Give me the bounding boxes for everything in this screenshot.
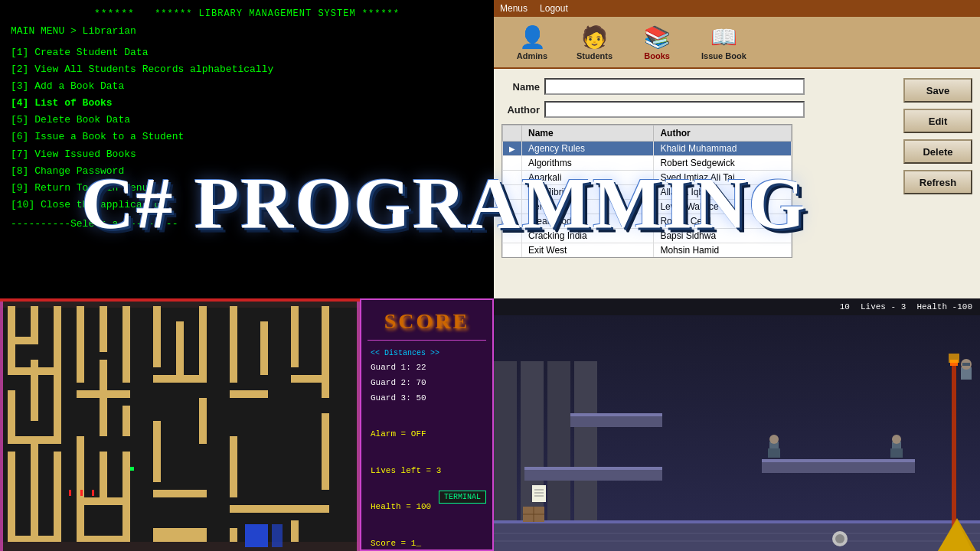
svg-rect-64 (494, 522, 980, 551)
main-content: Name Author Name Author (494, 69, 980, 298)
svg-rect-47 (0, 298, 3, 551)
table-row[interactable]: Algorithms Robert Sedgewick (503, 156, 792, 171)
svg-rect-72 (570, 415, 662, 427)
svg-rect-42 (322, 413, 329, 490)
svg-rect-15 (77, 306, 84, 383)
row-arrow (503, 171, 522, 185)
svg-rect-39 (230, 390, 268, 398)
menu-bar-logout[interactable]: Logout (540, 3, 568, 14)
table-row[interactable]: Ben Hur Lewis Wallace (503, 200, 792, 214)
svg-rect-36 (260, 321, 268, 375)
terminal-menu-item[interactable]: [9] Return To Main Menu (11, 180, 483, 197)
row-arrow: ▶ (503, 142, 522, 156)
table-row[interactable]: Clean Code Robert Cecil (503, 214, 792, 229)
book-name: Agency Rules (522, 142, 654, 156)
score-sep2 (371, 445, 483, 461)
terminal-menu-item[interactable]: [5] Delete Book Data (11, 112, 483, 129)
svg-rect-5 (8, 390, 15, 436)
svg-rect-8 (8, 452, 15, 543)
terminal-panel: ****** ****** LIBRARY MANAGEMENT SYSTEM … (0, 0, 494, 298)
svg-point-88 (892, 435, 901, 444)
svg-rect-43 (230, 505, 329, 513)
score-val: Score = 1_ (371, 536, 483, 551)
terminal-menu-item[interactable]: [4] List of Books (11, 95, 483, 112)
svg-rect-70 (762, 461, 915, 473)
books-table: Name Author ▶ Agency Rules Khalid Muhamm… (502, 125, 792, 258)
svg-rect-32 (199, 398, 207, 444)
platformer-area: 10 Lives - 3 Health -100 (494, 298, 980, 551)
nav-admins[interactable]: 👤 Admins (501, 20, 563, 65)
terminal-menu-item[interactable]: [6] Issue a Book to a Student (11, 129, 483, 145)
svg-rect-68 (524, 468, 662, 481)
row-arrow (503, 214, 522, 229)
book-author: J.K. Rowling (654, 258, 792, 259)
svg-rect-41 (230, 436, 237, 497)
svg-rect-96 (962, 363, 970, 366)
table-row[interactable]: Anarkali Syed Imtiaz Ali Taj (503, 171, 792, 185)
books-icon: 📚 (644, 24, 671, 50)
author-label: Author (501, 104, 540, 116)
book-author: Robert Cecil (654, 214, 792, 229)
menu-bar: Menus Logout (494, 0, 980, 17)
svg-rect-65 (494, 520, 980, 523)
svg-rect-28 (176, 321, 184, 383)
book-name: Exit West (522, 243, 654, 258)
books-table-container: Name Author ▶ Agency Rules Khalid Muhamm… (501, 124, 792, 258)
form-section: Name Author Name Author (501, 78, 896, 289)
issue-book-icon: 📖 (710, 24, 737, 50)
svg-rect-73 (570, 413, 662, 416)
save-button[interactable]: Save (903, 78, 972, 103)
svg-rect-55 (92, 490, 94, 496)
table-row[interactable]: Bal+Jibril Allama Iqbal (503, 185, 792, 200)
delete-button[interactable]: Delete (903, 139, 972, 164)
name-input[interactable] (544, 78, 805, 95)
row-arrow (503, 243, 522, 258)
svg-rect-40 (291, 375, 329, 383)
table-row[interactable]: Cracking India Bapsi Sidhwa (503, 229, 792, 243)
svg-rect-17 (122, 306, 130, 383)
terminal-menu-item[interactable]: [7] View Issued Books (11, 146, 483, 163)
nav-issue-book[interactable]: 📖 Issue Book (688, 20, 760, 65)
terminal-menu-item[interactable]: [10] Close the application (11, 197, 483, 214)
svg-rect-89 (890, 448, 903, 458)
hud-bar: 10 Lives - 3 Health -100 (494, 298, 980, 315)
hud-score: 10 (840, 302, 850, 311)
svg-rect-31 (153, 421, 161, 482)
table-row[interactable]: ▶ Agency Rules Khalid Muhammad (503, 142, 792, 156)
svg-rect-86 (768, 448, 780, 458)
svg-rect-69 (524, 467, 662, 470)
nav-bar: 👤 Admins 🧑 Students 📚 Books 📖 Issue Book (494, 17, 980, 69)
nav-books[interactable]: 📚 Books (626, 20, 688, 65)
nav-admins-label: Admins (517, 51, 547, 60)
terminal-menu-item[interactable]: [8] Change Password (11, 163, 483, 180)
score-sep1 (371, 409, 483, 424)
admin-icon: 👤 (519, 24, 546, 50)
terminal-path: MAIN MENU > Librarian (11, 25, 483, 37)
svg-rect-3 (31, 306, 38, 344)
svg-rect-74 (952, 361, 956, 530)
name-label: Name (501, 81, 540, 93)
edit-button[interactable]: Edit (903, 109, 972, 133)
terminal-menu-item[interactable]: [2] View All Students Records alphabetic… (11, 61, 483, 78)
table-row[interactable]: Exit West Mohsin Hamid (503, 243, 792, 258)
book-name: Bal+Jibril (522, 185, 654, 200)
col-name: Name (522, 126, 654, 142)
svg-rect-21 (122, 406, 130, 436)
refresh-button[interactable]: Refresh (903, 170, 972, 194)
menu-bar-menus[interactable]: Menus (500, 3, 528, 14)
terminal-menu-item[interactable]: [1] Create Student Data (11, 44, 483, 61)
lives-score: Lives left = 3 (371, 464, 483, 479)
book-author: Lewis Wallace (654, 200, 792, 214)
svg-rect-49 (0, 298, 360, 302)
svg-rect-37 (291, 306, 299, 367)
terminal-menu-item[interactable]: [3] Add a Book Data (11, 78, 483, 95)
svg-rect-45 (291, 520, 299, 543)
svg-rect-34 (153, 528, 207, 543)
nav-students-label: Students (577, 51, 612, 60)
table-row[interactable]: Harry Potter Book J.K. Rowling (503, 258, 792, 259)
guard3-score: Guard 3: 50 (371, 391, 483, 406)
author-input[interactable] (544, 101, 805, 118)
svg-rect-44 (230, 528, 237, 543)
nav-students[interactable]: 🧑 Students (563, 20, 626, 65)
svg-rect-33 (153, 490, 207, 497)
